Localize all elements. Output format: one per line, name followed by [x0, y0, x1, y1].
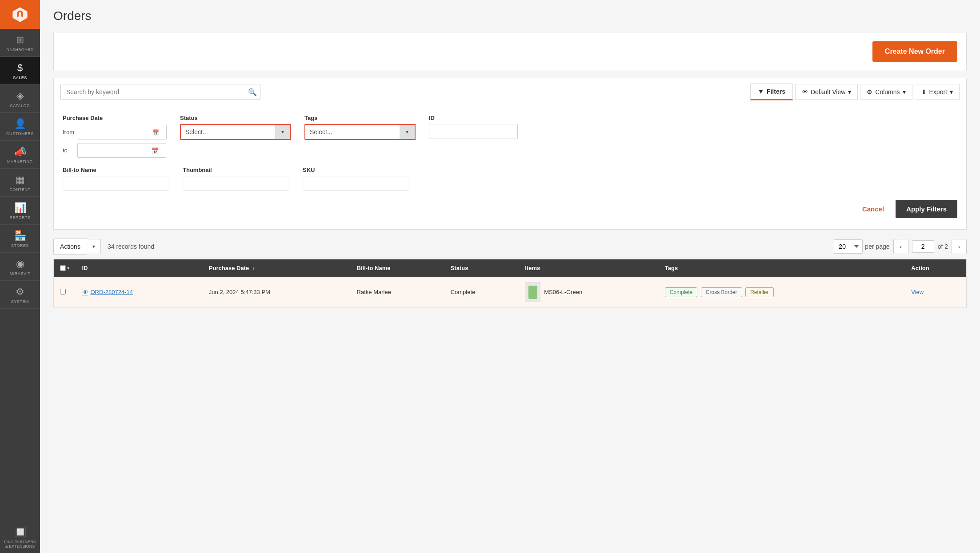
pagination-prev-button[interactable]: ‹ [893, 239, 908, 254]
view-icon: 👁 [802, 88, 808, 95]
export-button[interactable]: ⬇ Export ▾ [915, 84, 960, 100]
sidebar-item-stores[interactable]: 🏪 STORES [0, 225, 40, 253]
per-page-wrap: 20 30 50 100 per page [834, 239, 889, 254]
sku-input[interactable] [303, 176, 409, 191]
row-action-cell: View [905, 277, 966, 308]
filter-row-2: Bill-to Name Thumbnail SKU [63, 167, 957, 191]
search-filter-bar: 🔍 ▼ Filters 👁 Default View ▾ ⚙ Columns ▾… [53, 78, 967, 106]
row-items-cell: MS06-L-Green [519, 277, 659, 308]
filters-button[interactable]: ▼ Filters [750, 84, 793, 100]
columns-button[interactable]: ⚙ Columns ▾ [860, 84, 912, 100]
sidebar-item-label-mirasvit: MIRASVIT [10, 271, 31, 276]
col-header-id: ID [76, 259, 203, 277]
actions-button[interactable]: Actions [53, 239, 87, 255]
search-icon: 🔍 [248, 88, 257, 96]
pagination-page-input[interactable] [912, 240, 934, 253]
tag-crossborder: Cross Border [701, 287, 742, 297]
per-page-select[interactable]: 20 30 50 100 [834, 239, 863, 254]
sidebar-item-label-reports: REPORTS [10, 215, 31, 220]
purchase-date-label: Purchase Date [63, 115, 167, 121]
actions-wrap: Actions ▾ [53, 239, 101, 255]
sidebar-item-mirasvit[interactable]: ◉ MIRASVIT [0, 253, 40, 281]
create-new-order-button[interactable]: Create New Order [872, 41, 957, 62]
tag-complete: Complete [665, 287, 697, 297]
order-id-link[interactable]: 👁 ORD-280724-14 [82, 289, 196, 296]
system-icon: ⚙ [16, 286, 24, 298]
tags-label: Tags [304, 115, 416, 121]
sidebar-item-catalog[interactable]: ◈ CATALOG [0, 85, 40, 113]
reports-icon: 📊 [14, 202, 26, 214]
customers-icon: 👤 [14, 118, 26, 130]
table-toolbar: Actions ▾ 34 records found 20 30 50 100 … [53, 239, 967, 255]
row-status: Complete [451, 289, 476, 295]
tags-select[interactable]: Select... Complete Cross Border Retailer [304, 124, 416, 140]
row-checkbox-cell [54, 277, 76, 308]
sidebar-item-reports[interactable]: 📊 REPORTS [0, 197, 40, 225]
records-count: 34 records found [108, 243, 154, 250]
search-input[interactable] [60, 84, 260, 100]
actions-dropdown-arrow[interactable]: ▾ [87, 239, 101, 254]
dashboard-icon: ⊞ [16, 34, 24, 46]
sidebar-logo[interactable] [0, 0, 40, 29]
row-checkbox[interactable] [60, 289, 66, 294]
date-from-input[interactable] [78, 125, 167, 139]
content-icon: ▦ [16, 174, 25, 186]
col-header-tags: Tags [659, 259, 905, 277]
pagination-wrap: 20 30 50 100 per page ‹ of 2 › [834, 239, 967, 254]
row-item-sku: MS06-L-Green [544, 289, 582, 295]
sidebar-item-content[interactable]: ▦ CONTENT [0, 169, 40, 197]
eye-icon: 👁 [82, 289, 88, 296]
tag-retailer: Retailer [745, 287, 773, 297]
id-input[interactable] [429, 124, 518, 139]
sidebar-item-label-sales: SALES [13, 76, 27, 80]
search-button[interactable]: 🔍 [248, 88, 257, 96]
thumbnail-input[interactable] [183, 176, 289, 191]
col-header-action: Action [905, 259, 966, 277]
sidebar-item-dashboard[interactable]: ⊞ DASHBOARD [0, 29, 40, 57]
purchase-date-to-row: to 📅 [63, 143, 167, 158]
item-figure [528, 286, 537, 299]
col-header-purchase-date[interactable]: Purchase Date ↑ [203, 259, 351, 277]
filter-actions: ▼ Filters 👁 Default View ▾ ⚙ Columns ▾ ⬇… [750, 84, 960, 100]
bill-to-name-input[interactable] [63, 176, 169, 191]
sidebar-item-marketing[interactable]: 📣 MARKETING [0, 141, 40, 169]
date-to-wrap: 📅 [77, 143, 166, 158]
default-view-button[interactable]: 👁 Default View ▾ [795, 84, 858, 100]
export-icon: ⬇ [921, 88, 927, 95]
partners-label: FIND PARTNERS & EXTENSIONS [2, 540, 38, 549]
apply-filters-button[interactable]: Apply Filters [896, 200, 957, 218]
marketing-icon: 📣 [14, 146, 26, 158]
date-to-input[interactable] [77, 143, 166, 158]
id-filter: ID [429, 115, 518, 158]
status-select[interactable]: Select... Complete Pending Processing Ca… [180, 124, 291, 140]
pagination-next-button[interactable]: › [952, 239, 967, 254]
status-select-wrap: Select... Complete Pending Processing Ca… [180, 124, 291, 140]
cancel-button[interactable]: Cancel [855, 200, 891, 218]
sidebar-item-partners[interactable]: 🔲 FIND PARTNERS & EXTENSIONS [0, 522, 40, 553]
checkbox-dropdown-icon[interactable]: ▾ [67, 266, 69, 271]
purchase-date-from-row: from 📅 [63, 125, 167, 139]
sidebar-item-customers[interactable]: 👤 CUSTOMERS [0, 113, 40, 141]
col-header-status: Status [444, 259, 519, 277]
sidebar-item-label-customers: CUSTOMERS [6, 131, 34, 136]
status-filter: Status Select... Complete Pending Proces… [180, 115, 291, 158]
sidebar-item-label-content: CONTENT [10, 187, 31, 192]
thumbnail-filter: Thumbnail [183, 167, 289, 191]
page-title: Orders [53, 9, 967, 23]
sidebar-item-sales[interactable]: $ SALES [0, 57, 40, 85]
row-status-cell: Complete [444, 277, 519, 308]
per-page-label: per page [865, 243, 889, 250]
from-label: from [63, 129, 74, 135]
export-chevron-icon: ▾ [950, 88, 953, 95]
columns-label: Columns [875, 88, 900, 95]
default-view-label: Default View [811, 88, 845, 95]
col-header-bill-to-name: Bill-to Name [351, 259, 444, 277]
sidebar-item-system[interactable]: ⚙ SYSTEM [0, 281, 40, 309]
columns-chevron-icon: ▾ [903, 88, 906, 95]
select-all-checkbox[interactable] [60, 265, 66, 271]
sales-icon: $ [17, 62, 23, 74]
row-view-link[interactable]: View [911, 289, 924, 295]
row-id-cell: 👁 ORD-280724-14 [76, 277, 203, 308]
view-chevron-icon: ▾ [848, 88, 851, 95]
filter-panel: Purchase Date from 📅 to 📅 [53, 106, 967, 230]
